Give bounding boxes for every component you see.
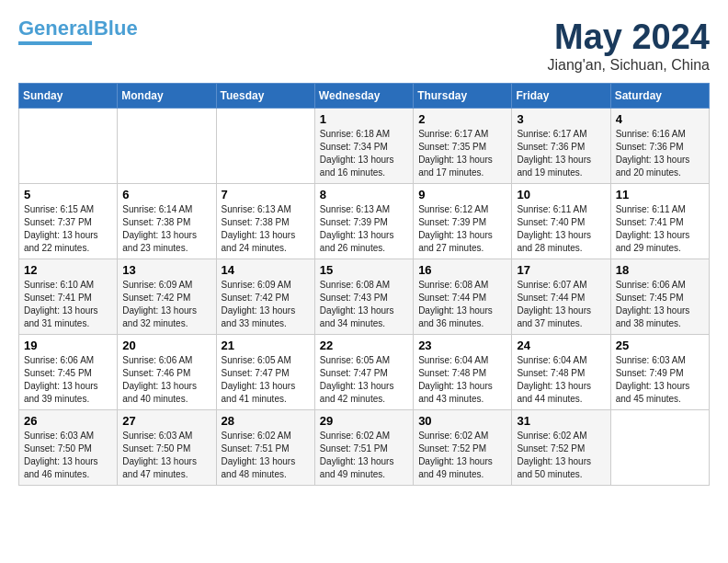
day-number: 27 (122, 414, 210, 428)
day-number: 21 (222, 339, 310, 352)
calendar-cell (118, 108, 216, 183)
day-header-thursday: Thursday (414, 83, 512, 108)
calendar-cell: 1Sunrise: 6:18 AM Sunset: 7:34 PM Daylig… (314, 108, 413, 183)
day-header-monday: Monday (118, 83, 216, 108)
day-number: 19 (24, 339, 112, 352)
logo-text: GeneralBlue (18, 18, 138, 39)
day-number: 9 (418, 188, 506, 201)
calendar-cell (19, 108, 118, 183)
day-number: 29 (320, 414, 408, 428)
week-row-2: 5Sunrise: 6:15 AM Sunset: 7:37 PM Daylig… (19, 183, 710, 259)
calendar-cell: 5Sunrise: 6:15 AM Sunset: 7:37 PM Daylig… (19, 183, 118, 259)
days-header-row: SundayMondayTuesdayWednesdayThursdayFrid… (19, 83, 710, 108)
calendar-cell: 19Sunrise: 6:06 AM Sunset: 7:45 PM Dayli… (19, 334, 118, 409)
calendar-cell: 10Sunrise: 6:11 AM Sunset: 7:40 PM Dayli… (512, 183, 610, 259)
day-number: 8 (320, 188, 408, 201)
day-number: 26 (24, 414, 112, 428)
day-detail: Sunrise: 6:08 AM Sunset: 7:44 PM Dayligh… (418, 279, 506, 330)
day-detail: Sunrise: 6:10 AM Sunset: 7:41 PM Dayligh… (24, 279, 112, 330)
day-detail: Sunrise: 6:02 AM Sunset: 7:51 PM Dayligh… (222, 430, 310, 481)
day-number: 6 (122, 188, 210, 201)
day-detail: Sunrise: 6:13 AM Sunset: 7:39 PM Dayligh… (320, 203, 408, 255)
day-header-wednesday: Wednesday (314, 83, 413, 108)
day-detail: Sunrise: 6:06 AM Sunset: 7:46 PM Dayligh… (122, 354, 210, 406)
day-number: 7 (222, 188, 310, 201)
day-number: 11 (616, 188, 704, 201)
week-row-1: 1Sunrise: 6:18 AM Sunset: 7:34 PM Daylig… (19, 108, 710, 183)
day-detail: Sunrise: 6:06 AM Sunset: 7:45 PM Dayligh… (24, 354, 112, 406)
day-number: 30 (418, 414, 506, 428)
calendar-cell: 23Sunrise: 6:04 AM Sunset: 7:48 PM Dayli… (414, 334, 512, 409)
day-detail: Sunrise: 6:11 AM Sunset: 7:40 PM Dayligh… (517, 203, 605, 255)
week-row-3: 12Sunrise: 6:10 AM Sunset: 7:41 PM Dayli… (19, 259, 710, 334)
calendar-cell: 7Sunrise: 6:13 AM Sunset: 7:38 PM Daylig… (216, 183, 314, 259)
day-detail: Sunrise: 6:05 AM Sunset: 7:47 PM Dayligh… (222, 354, 310, 406)
day-detail: Sunrise: 6:11 AM Sunset: 7:41 PM Dayligh… (616, 203, 704, 255)
day-detail: Sunrise: 6:03 AM Sunset: 7:49 PM Dayligh… (616, 354, 704, 406)
day-detail: Sunrise: 6:14 AM Sunset: 7:38 PM Dayligh… (122, 203, 210, 255)
day-number: 4 (616, 112, 704, 126)
day-header-friday: Friday (512, 83, 610, 108)
day-detail: Sunrise: 6:13 AM Sunset: 7:38 PM Dayligh… (222, 203, 310, 255)
day-number: 15 (320, 263, 408, 277)
day-number: 20 (122, 339, 210, 352)
calendar-cell: 15Sunrise: 6:08 AM Sunset: 7:43 PM Dayli… (314, 259, 413, 334)
day-detail: Sunrise: 6:08 AM Sunset: 7:43 PM Dayligh… (320, 279, 408, 330)
calendar-cell: 20Sunrise: 6:06 AM Sunset: 7:46 PM Dayli… (118, 334, 216, 409)
calendar-cell: 29Sunrise: 6:02 AM Sunset: 7:51 PM Dayli… (314, 409, 413, 485)
day-detail: Sunrise: 6:05 AM Sunset: 7:47 PM Dayligh… (320, 354, 408, 406)
day-detail: Sunrise: 6:09 AM Sunset: 7:42 PM Dayligh… (122, 279, 210, 330)
calendar-cell: 12Sunrise: 6:10 AM Sunset: 7:41 PM Dayli… (19, 259, 118, 334)
calendar-cell (610, 409, 709, 485)
day-number: 22 (320, 339, 408, 352)
calendar-cell: 22Sunrise: 6:05 AM Sunset: 7:47 PM Dayli… (314, 334, 413, 409)
day-detail: Sunrise: 6:18 AM Sunset: 7:34 PM Dayligh… (320, 128, 408, 179)
calendar-cell: 16Sunrise: 6:08 AM Sunset: 7:44 PM Dayli… (414, 259, 512, 334)
day-header-tuesday: Tuesday (216, 83, 314, 108)
day-number: 31 (517, 414, 605, 428)
day-number: 14 (222, 263, 310, 277)
day-detail: Sunrise: 6:04 AM Sunset: 7:48 PM Dayligh… (517, 354, 605, 406)
day-number: 2 (418, 112, 506, 126)
day-detail: Sunrise: 6:03 AM Sunset: 7:50 PM Dayligh… (122, 430, 210, 481)
logo-general: General (18, 17, 94, 40)
day-number: 28 (222, 414, 310, 428)
day-number: 10 (517, 188, 605, 201)
day-detail: Sunrise: 6:16 AM Sunset: 7:36 PM Dayligh… (616, 128, 704, 179)
day-detail: Sunrise: 6:06 AM Sunset: 7:45 PM Dayligh… (616, 279, 704, 330)
day-detail: Sunrise: 6:07 AM Sunset: 7:44 PM Dayligh… (517, 279, 605, 330)
day-number: 23 (418, 339, 506, 352)
day-number: 12 (24, 263, 112, 277)
day-number: 1 (320, 112, 408, 126)
title-block: May 2024 Jiang'an, Sichuan, China (547, 18, 710, 74)
week-row-5: 26Sunrise: 6:03 AM Sunset: 7:50 PM Dayli… (19, 409, 710, 485)
day-number: 3 (517, 112, 605, 126)
logo-underline (18, 41, 92, 45)
calendar-cell: 3Sunrise: 6:17 AM Sunset: 7:36 PM Daylig… (512, 108, 610, 183)
month-title: May 2024 (547, 18, 710, 57)
calendar-cell: 13Sunrise: 6:09 AM Sunset: 7:42 PM Dayli… (118, 259, 216, 334)
day-detail: Sunrise: 6:15 AM Sunset: 7:37 PM Dayligh… (24, 203, 112, 255)
day-detail: Sunrise: 6:12 AM Sunset: 7:39 PM Dayligh… (418, 203, 506, 255)
day-detail: Sunrise: 6:02 AM Sunset: 7:52 PM Dayligh… (517, 430, 605, 481)
day-number: 5 (24, 188, 112, 201)
calendar-cell: 4Sunrise: 6:16 AM Sunset: 7:36 PM Daylig… (610, 108, 709, 183)
calendar-cell: 24Sunrise: 6:04 AM Sunset: 7:48 PM Dayli… (512, 334, 610, 409)
day-header-sunday: Sunday (19, 83, 118, 108)
calendar-cell: 9Sunrise: 6:12 AM Sunset: 7:39 PM Daylig… (414, 183, 512, 259)
day-number: 13 (122, 263, 210, 277)
logo-blue: Blue (94, 17, 138, 40)
calendar-cell: 17Sunrise: 6:07 AM Sunset: 7:44 PM Dayli… (512, 259, 610, 334)
calendar-cell: 11Sunrise: 6:11 AM Sunset: 7:41 PM Dayli… (610, 183, 709, 259)
calendar-cell: 21Sunrise: 6:05 AM Sunset: 7:47 PM Dayli… (216, 334, 314, 409)
calendar-cell: 30Sunrise: 6:02 AM Sunset: 7:52 PM Dayli… (414, 409, 512, 485)
logo: GeneralBlue (18, 18, 138, 45)
calendar-cell (216, 108, 314, 183)
day-number: 18 (616, 263, 704, 277)
day-detail: Sunrise: 6:02 AM Sunset: 7:51 PM Dayligh… (320, 430, 408, 481)
calendar-cell: 2Sunrise: 6:17 AM Sunset: 7:35 PM Daylig… (414, 108, 512, 183)
day-number: 24 (517, 339, 605, 352)
day-detail: Sunrise: 6:17 AM Sunset: 7:35 PM Dayligh… (418, 128, 506, 179)
calendar-table: SundayMondayTuesdayWednesdayThursdayFrid… (18, 83, 710, 486)
header: GeneralBlue May 2024 Jiang'an, Sichuan, … (18, 18, 710, 74)
